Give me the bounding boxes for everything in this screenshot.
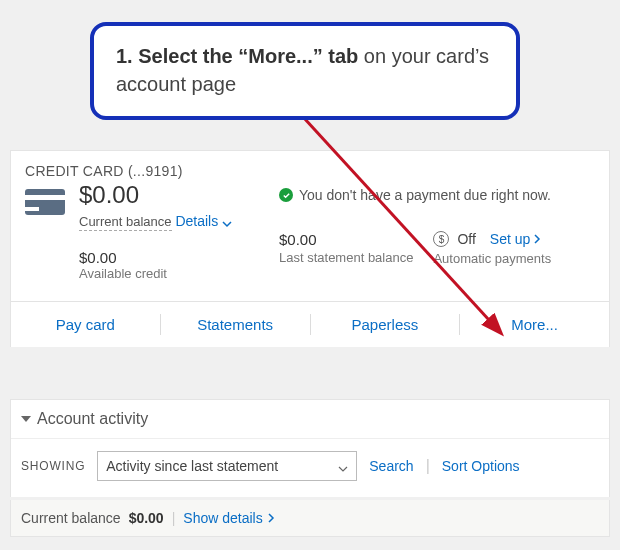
account-title: CREDIT CARD (...9191)	[25, 163, 595, 179]
tab-statements[interactable]: Statements	[161, 302, 310, 347]
balance-summary-bar: Current balance $0.00 | Show details	[10, 500, 610, 537]
activity-filter-select[interactable]: Activity since last statement	[97, 451, 357, 481]
available-credit-label: Available credit	[79, 266, 279, 281]
tab-pay-card[interactable]: Pay card	[11, 302, 160, 347]
checkmark-icon	[279, 188, 293, 202]
chevron-down-icon	[222, 216, 232, 226]
activity-filter-value: Activity since last statement	[106, 458, 278, 474]
dollar-circle-icon: $	[433, 231, 449, 247]
chevron-right-icon	[533, 231, 541, 247]
last-statement-amount: $0.00	[279, 231, 413, 248]
auto-pay-status: Off	[457, 231, 475, 247]
available-credit-amount: $0.00	[79, 249, 279, 266]
auto-pay-setup-text: Set up	[490, 231, 530, 247]
account-card: CREDIT CARD (...9191) $0.00 Current bala…	[10, 150, 610, 347]
current-balance-label: Current balance	[79, 214, 172, 231]
tab-paperless[interactable]: Paperless	[311, 302, 460, 347]
vertical-separator: |	[426, 457, 430, 475]
details-link-text: Details	[175, 213, 218, 229]
credit-card-icon	[25, 189, 65, 215]
search-link[interactable]: Search	[369, 458, 413, 474]
vertical-separator: |	[172, 510, 176, 526]
current-balance-amount: $0.00	[79, 183, 279, 207]
instruction-callout: 1. Select the “More...” tab on your card…	[90, 22, 520, 120]
account-activity-section: Account activity SHOWING Activity since …	[10, 399, 610, 497]
showing-label: SHOWING	[21, 459, 85, 473]
bottom-balance-amount: $0.00	[129, 510, 164, 526]
account-activity-header[interactable]: Account activity	[11, 400, 609, 439]
tab-row: Pay card Statements Paperless More...	[11, 301, 609, 347]
tab-more[interactable]: More...	[460, 302, 609, 347]
triangle-down-icon	[21, 416, 31, 422]
bottom-balance-label: Current balance	[21, 510, 121, 526]
details-link[interactable]: Details	[175, 213, 232, 229]
account-activity-title: Account activity	[37, 410, 148, 428]
chevron-right-icon	[267, 510, 275, 526]
chevron-down-icon	[338, 461, 348, 471]
show-details-text: Show details	[183, 510, 262, 526]
auto-pay-setup-link[interactable]: Set up	[490, 231, 541, 247]
sort-options-link[interactable]: Sort Options	[442, 458, 520, 474]
instruction-bold: 1. Select the “More...” tab	[116, 45, 358, 67]
last-statement-label: Last statement balance	[279, 250, 413, 265]
no-payment-due-text: You don't have a payment due right now.	[299, 187, 551, 203]
show-details-link[interactable]: Show details	[183, 510, 274, 526]
auto-pay-label: Automatic payments	[433, 251, 551, 266]
